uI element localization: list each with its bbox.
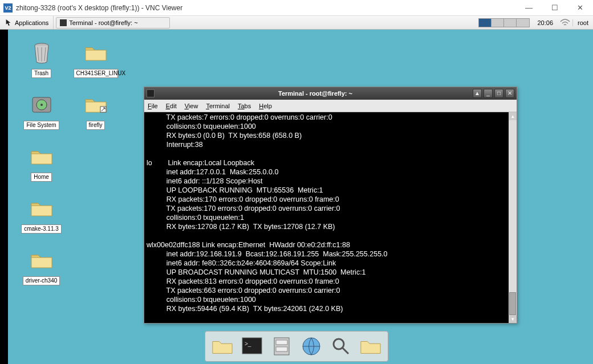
desktop-icon-ch341ser[interactable]: CH341SER_LINUX — [71, 41, 120, 78]
applications-label: Applications — [15, 19, 48, 26]
applications-menu-button[interactable]: Applications — [0, 16, 54, 29]
terminal-output: TX packets:7 errors:0 dropped:0 overruns… — [147, 113, 388, 313]
desktop-icon-trash[interactable]: Trash — [17, 41, 66, 78]
vnc-logo-icon: V2 — [3, 3, 13, 13]
trash-icon — [30, 41, 54, 65]
svg-point-6 — [40, 104, 43, 106]
folder-link-icon — [84, 93, 108, 117]
dock-terminal[interactable]: >_ — [239, 334, 265, 359]
dock-web-browser[interactable] — [299, 334, 324, 359]
workspace-3[interactable] — [504, 19, 517, 27]
folder-icon — [84, 41, 108, 65]
scrollbar-thumb[interactable] — [509, 292, 516, 315]
desktop-icon-filesystem[interactable]: File System — [17, 93, 66, 130]
menu-terminal[interactable]: Terminal — [206, 103, 230, 109]
linux-top-panel: Applications Terminal - root@firefly: ~ … — [0, 16, 593, 30]
menu-help[interactable]: Help — [259, 103, 272, 109]
workspace-1[interactable] — [479, 19, 492, 27]
terminal-stick-button[interactable]: ▲ — [473, 89, 482, 98]
folder-icon — [30, 248, 54, 272]
terminal-menubar: File Edit View Terminal Tabs Help — [144, 100, 517, 112]
taskbar-item-terminal[interactable]: Terminal - root@firefly: ~ — [56, 17, 170, 28]
trash-label: Trash — [31, 69, 51, 78]
menu-edit[interactable]: Edit — [166, 103, 177, 109]
filesystem-label: File System — [23, 121, 59, 130]
desktop-icon-firefly[interactable]: firefly — [71, 93, 120, 130]
terminal-window: Terminal - root@firefly: ~ ▲ _ □ ✕ File … — [144, 87, 517, 324]
minimize-button[interactable]: — — [516, 0, 542, 16]
vnc-window-title: zhitong-3328 (root's X desktop (firefly:… — [16, 4, 516, 12]
wifi-icon[interactable] — [560, 19, 570, 27]
close-button[interactable]: ✕ — [567, 0, 593, 16]
terminal-scrollbar[interactable]: ▴ ▾ — [509, 112, 517, 323]
driver-label: driver-ch340 — [23, 276, 60, 285]
desktop-icon-cmake[interactable]: cmake-3.11.3 — [17, 197, 66, 234]
svg-rect-12 — [276, 347, 287, 351]
terminal-title-text: Terminal - root@firefly: ~ — [158, 90, 473, 97]
terminal-titlebar[interactable]: Terminal - root@firefly: ~ ▲ _ □ ✕ — [144, 87, 517, 100]
terminal-close-button[interactable]: ✕ — [505, 89, 514, 98]
svg-rect-11 — [276, 340, 287, 345]
terminal-icon — [60, 19, 67, 26]
vnc-titlebar: V2 zhitong-3328 (root's X desktop (firef… — [0, 0, 593, 16]
desktop-icon-home[interactable]: Home — [17, 145, 66, 182]
user-menu[interactable]: root — [572, 19, 593, 26]
dock-folder[interactable] — [358, 334, 383, 359]
dock-file-cabinet-icon[interactable] — [269, 334, 294, 359]
menu-tabs[interactable]: Tabs — [238, 103, 251, 109]
scroll-down-icon[interactable]: ▾ — [509, 315, 517, 323]
terminal-app-icon — [147, 89, 155, 97]
mouse-icon — [5, 19, 13, 27]
ch341-label: CH341SER_LINUX — [74, 69, 118, 78]
workspace-switcher[interactable] — [478, 18, 530, 27]
dock-search-icon[interactable] — [328, 334, 354, 359]
folder-icon — [30, 145, 54, 169]
maximize-button[interactable]: ☐ — [542, 0, 567, 16]
svg-line-15 — [343, 348, 348, 354]
dock-file-manager[interactable] — [210, 334, 235, 359]
workspace-2[interactable] — [492, 19, 504, 27]
home-label: Home — [31, 173, 52, 182]
menu-view[interactable]: View — [185, 103, 198, 109]
terminal-body[interactable]: TX packets:7 errors:0 dropped:0 overruns… — [144, 112, 517, 323]
svg-text:>_: >_ — [245, 341, 251, 347]
firefly-label: firefly — [86, 121, 105, 130]
svg-point-14 — [334, 339, 344, 349]
folder-icon — [30, 197, 54, 220]
desktop[interactable]: Trash File System Home cmake-3.11.3 driv… — [0, 30, 593, 364]
workspace-4[interactable] — [517, 19, 529, 27]
left-edge-strip — [0, 30, 8, 364]
drive-icon — [30, 93, 54, 117]
taskbar-item-label: Terminal - root@firefly: ~ — [69, 19, 137, 26]
cmake-label: cmake-3.11.3 — [21, 224, 62, 234]
scroll-up-icon[interactable]: ▴ — [509, 112, 517, 120]
clock[interactable]: 20:06 — [533, 19, 558, 26]
terminal-maximize-button[interactable]: □ — [494, 89, 503, 98]
menu-file[interactable]: File — [148, 103, 158, 109]
terminal-minimize-button[interactable]: _ — [484, 89, 493, 98]
dock: >_ — [205, 331, 388, 362]
desktop-icon-driver-ch340[interactable]: driver-ch340 — [17, 248, 66, 285]
